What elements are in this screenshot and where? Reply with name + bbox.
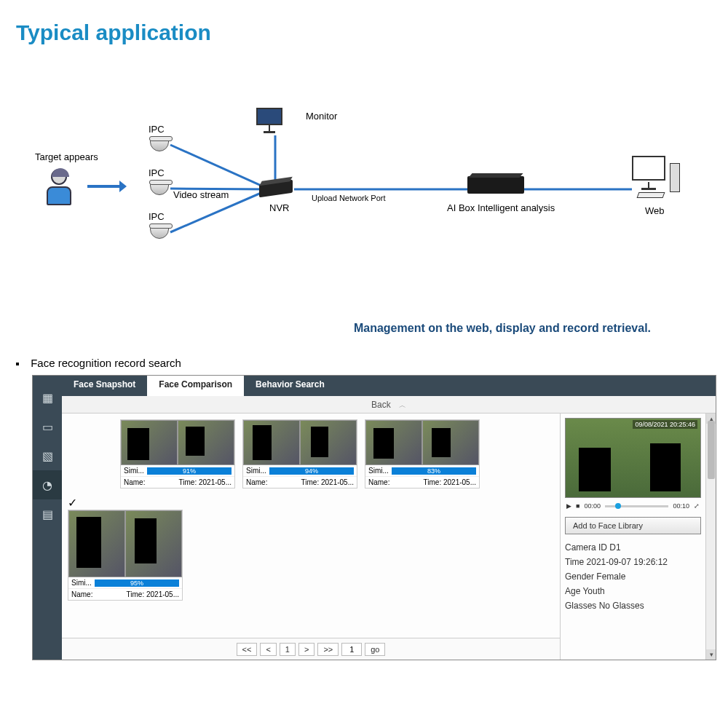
video-stream-label: Video stream xyxy=(173,189,229,200)
page-goto-input[interactable] xyxy=(341,643,362,656)
aibox-label: AI Box Intelligent analysis xyxy=(447,202,555,213)
result-card[interactable]: Simi...83% Name:Time: 2021-05... xyxy=(365,419,480,488)
expand-icon[interactable]: ⤢ xyxy=(694,502,700,510)
play-bar: ▶ ■ 00:00 00:10 ⤢ xyxy=(565,498,701,514)
simi-label: Simi... xyxy=(71,579,92,587)
name-label: Name: xyxy=(71,590,92,598)
tab-face-snapshot[interactable]: Face Snapshot xyxy=(62,376,147,396)
nvr-label: NVR xyxy=(269,202,289,213)
play-start: 00:00 xyxy=(584,502,601,510)
time-label: Time: 2021-05... xyxy=(179,478,232,486)
detail-age: Age Youth xyxy=(565,586,701,596)
checkbox-checked-icon[interactable]: ✓ xyxy=(68,496,183,510)
preview-timestamp: 09/08/2021 20:25:46 xyxy=(633,420,697,429)
scroll-thumb[interactable] xyxy=(708,421,715,479)
name-label: Name: xyxy=(124,478,145,486)
chevron-up-icon: ︿ xyxy=(399,401,406,409)
time-label: Time: 2021-05... xyxy=(127,590,179,598)
detail-glasses: Glasses No Glasses xyxy=(565,601,701,611)
play-icon[interactable]: ▶ xyxy=(566,502,571,510)
detail-camera: Camera ID D1 xyxy=(565,542,701,553)
results-grid: Simi...91% Name:Time: 2021-05... Simi...… xyxy=(62,414,560,660)
target-label: Target appears xyxy=(35,151,98,162)
pager: << < 1 > >> go xyxy=(62,638,560,660)
detail-time: Time 2021-09-07 19:26:12 xyxy=(565,557,701,567)
pc-icon xyxy=(632,156,684,198)
sidebar-icon-dashboard[interactable]: ▦ xyxy=(33,383,62,412)
tab-face-comparison[interactable]: Face Comparison xyxy=(147,376,244,396)
scroll-down-icon[interactable]: ▾ xyxy=(706,649,716,660)
time-label: Time: 2021-05... xyxy=(424,478,476,486)
bullet-text: Face recognition record search xyxy=(31,357,181,369)
page-first-button[interactable]: << xyxy=(237,643,258,656)
seek-track[interactable] xyxy=(605,505,669,507)
page-next-button[interactable]: > xyxy=(298,643,314,656)
similarity-bar: 83% xyxy=(392,467,476,475)
ipc-label-2: IPC xyxy=(149,167,165,178)
result-card[interactable]: Simi...94% Name:Time: 2021-05... xyxy=(242,419,357,488)
detail-panel: 09/08/2021 20:25:46 ▶ ■ 00:00 00:10 ⤢ Ad… xyxy=(560,414,705,660)
stop-icon[interactable]: ■ xyxy=(576,502,579,510)
simi-label: Simi... xyxy=(368,467,389,475)
svg-line-0 xyxy=(170,145,269,189)
similarity-bar: 94% xyxy=(269,467,354,475)
name-label: Name: xyxy=(368,478,389,486)
topology-diagram: Target appears IPC IPC Video stream IPC … xyxy=(15,74,713,278)
page-prev-button[interactable]: < xyxy=(260,643,276,656)
similarity-bar: 91% xyxy=(147,467,232,475)
upload-label: Upload Network Port xyxy=(312,194,386,202)
sidebar-icon-log[interactable]: ▤ xyxy=(33,499,62,529)
sidebar-icon-photo[interactable]: ▧ xyxy=(33,441,62,470)
simi-label: Simi... xyxy=(124,467,144,475)
sidebar-icon-search[interactable]: ◔ xyxy=(33,470,62,499)
similarity-bar: 95% xyxy=(95,579,179,587)
play-end: 00:10 xyxy=(673,502,689,510)
tab-bar: Face Snapshot Face Comparison Behavior S… xyxy=(62,376,716,396)
aibox-icon xyxy=(467,176,524,194)
back-bar[interactable]: Back ︿ xyxy=(62,396,716,414)
arrow-icon xyxy=(87,185,121,188)
app-window: ▦ ▭ ▧ ◔ ▤ Face Snapshot Face Comparison … xyxy=(32,375,716,660)
page-go-button[interactable]: go xyxy=(365,643,385,656)
sidebar-icon-id[interactable]: ▭ xyxy=(33,412,62,441)
add-to-library-button[interactable]: Add to Face Library xyxy=(565,517,701,534)
section-heading: Face recognition record search xyxy=(16,357,728,369)
simi-label: Simi... xyxy=(246,467,266,475)
name-label: Name: xyxy=(246,478,267,486)
subtitle: Management on the web, display and recor… xyxy=(277,322,728,335)
time-label: Time: 2021-05... xyxy=(301,478,354,486)
monitor-icon xyxy=(256,108,282,130)
tab-behavior-search[interactable]: Behavior Search xyxy=(244,376,336,396)
ipc-label-3: IPC xyxy=(149,211,165,222)
back-label: Back xyxy=(371,400,391,410)
detail-gender: Gender Female xyxy=(565,571,701,582)
ipc-label-1: IPC xyxy=(149,124,165,135)
diagram-lines xyxy=(15,74,713,278)
web-label: Web xyxy=(645,205,665,216)
page-last-button[interactable]: >> xyxy=(317,643,339,656)
monitor-label: Monitor xyxy=(306,111,337,122)
sidebar: ▦ ▭ ▧ ◔ ▤ xyxy=(33,376,62,660)
page-title: Typical application xyxy=(0,0,728,45)
bullet-icon xyxy=(16,363,19,365)
result-card[interactable]: Simi...91% Name:Time: 2021-05... xyxy=(68,419,235,488)
result-card[interactable]: ✓ Simi...95% Name:Time: 2021-05... xyxy=(68,496,183,601)
page-number[interactable]: 1 xyxy=(280,643,296,656)
main-area: Face Snapshot Face Comparison Behavior S… xyxy=(62,376,716,660)
person-icon xyxy=(42,169,76,210)
scrollbar[interactable]: ▴ ▾ xyxy=(705,414,716,660)
video-preview[interactable]: 09/08/2021 20:25:46 xyxy=(565,418,701,498)
